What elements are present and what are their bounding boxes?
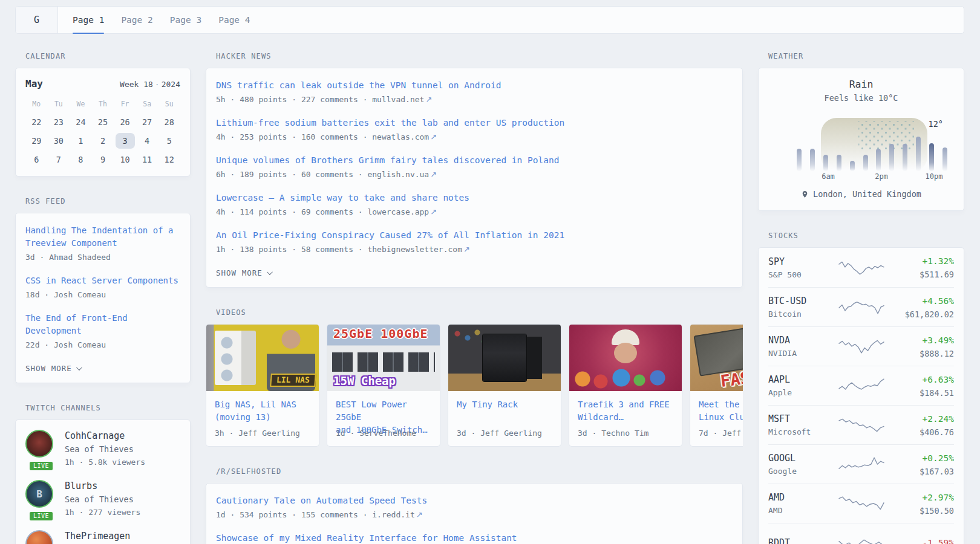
weather-location-text: London, United Kingdom bbox=[813, 189, 921, 199]
calendar-day: 23 bbox=[49, 114, 68, 130]
stock-price: $888.12 bbox=[885, 349, 955, 358]
external-link-icon[interactable]: ↗ bbox=[430, 170, 437, 179]
hn-item-title[interactable]: Lowercase – A simple way to take and sha… bbox=[216, 192, 733, 204]
videos-carousel: LIL NAS Big NAS, Lil NAS(moving 13) 3h ·… bbox=[206, 324, 743, 447]
hn-item-title[interactable]: Unique volumes of Brothers Grimm fairy t… bbox=[216, 154, 733, 167]
calendar-section-title: CALENDAR bbox=[25, 52, 191, 60]
thumbnail-overlay-text: LIL NAS bbox=[270, 374, 316, 387]
reddit-item-title[interactable]: Showcase of my Mixed Reality Interface f… bbox=[216, 532, 733, 544]
icons-graphic bbox=[574, 364, 677, 389]
calendar-day: 24 bbox=[71, 114, 90, 130]
tab-page-1[interactable]: Page 1 bbox=[73, 7, 104, 33]
weather-widget: Rain Feels like 10°C 12° 6am 2pm 10pm Lo… bbox=[758, 68, 964, 211]
video-title[interactable]: BEST Low Power 25GbEand 100GbE Switch… bbox=[336, 398, 431, 424]
hn-item-title[interactable]: Lithium-free sodium batteries exit the l… bbox=[216, 117, 733, 129]
weather-bar bbox=[889, 144, 894, 171]
calendar-day: 1 bbox=[71, 133, 90, 149]
hn-item-title[interactable]: DNS traffic can leak outside the VPN tun… bbox=[216, 79, 733, 92]
video-title[interactable]: Meet theLinux Clu bbox=[699, 398, 743, 424]
weather-condition: Rain bbox=[759, 79, 964, 90]
video-thumbnail[interactable] bbox=[569, 325, 682, 391]
twitch-channel-row[interactable]: LIVE CohhCarnage Sea of Thieves 1h · 5.8… bbox=[25, 430, 180, 468]
stock-change: +2.24% bbox=[885, 413, 955, 425]
external-link-icon[interactable]: ↗ bbox=[430, 132, 437, 141]
hn-item-title[interactable]: An Oil Price-Fixing Conspiracy Caused 27… bbox=[216, 229, 733, 242]
stock-company: Apple bbox=[768, 388, 838, 397]
video-title[interactable]: My Tiny Rack bbox=[457, 398, 552, 424]
reddit-widget: Cautionary Tale on Automated Speed Tests… bbox=[206, 483, 743, 544]
video-meta: 3h · Jeff Geerling bbox=[215, 429, 310, 438]
twitch-channel-name: CohhCarnage bbox=[65, 430, 145, 442]
rss-show-more-button[interactable]: SHOW MORE bbox=[25, 363, 80, 374]
stock-change: +2.97% bbox=[885, 492, 955, 504]
weather-bar bbox=[850, 161, 855, 171]
stock-company: NVIDIA bbox=[768, 349, 838, 358]
stock-row[interactable]: NVDA NVIDIA +3.49% $888.12 bbox=[768, 326, 954, 366]
twitch-channel-game: Sea of Thieves bbox=[65, 443, 145, 455]
face-graphic bbox=[614, 343, 637, 363]
weather-location: London, United Kingdom bbox=[759, 189, 964, 199]
avatar: B bbox=[25, 480, 53, 508]
stock-row[interactable]: SPY S&P 500 +1.32% $511.69 bbox=[768, 248, 954, 287]
video-title[interactable]: Big NAS, Lil NAS(moving 13) bbox=[215, 398, 310, 424]
calendar-day: 22 bbox=[27, 114, 46, 130]
rss-item-title[interactable]: CSS in React Server Components bbox=[25, 274, 180, 287]
rss-item-title[interactable]: Handling The Indentation of a Treeview C… bbox=[25, 224, 180, 250]
video-thumbnail[interactable]: LIL NAS bbox=[206, 325, 319, 391]
tab-page-4[interactable]: Page 4 bbox=[218, 7, 250, 33]
stock-row[interactable]: AMD AMD +2.97% $150.50 bbox=[768, 484, 954, 523]
reddit-item-title[interactable]: Cautionary Tale on Automated Speed Tests bbox=[216, 494, 733, 507]
stock-row[interactable]: GOOGL Google +0.25% $167.03 bbox=[768, 444, 954, 484]
twitch-widget: LIVE CohhCarnage Sea of Thieves 1h · 5.8… bbox=[15, 419, 191, 544]
external-link-icon[interactable]: ↗ bbox=[430, 207, 437, 216]
video-title-line2: (moving 13) bbox=[215, 412, 271, 422]
video-thumbnail[interactable]: FAS bbox=[690, 325, 743, 391]
stock-row[interactable]: AAPL Apple +6.63% $184.51 bbox=[768, 366, 954, 405]
video-thumbnail[interactable] bbox=[448, 325, 561, 391]
video-thumbnail[interactable]: 25GbE 100GbE 15W Cheap bbox=[327, 325, 440, 391]
calendar-day: 27 bbox=[137, 114, 157, 130]
video-card: My Tiny Rack 3d · Jeff Geerling bbox=[448, 324, 561, 447]
weather-bar-current bbox=[929, 143, 934, 171]
stock-company: S&P 500 bbox=[768, 270, 838, 279]
rss-item: The End of Front-End Development 22d · J… bbox=[25, 312, 180, 349]
stock-ticker: AMD bbox=[768, 492, 838, 504]
hn-item-meta: 5h · 480 points · 227 comments · mullvad… bbox=[216, 95, 733, 104]
stock-price: $167.03 bbox=[885, 467, 955, 476]
stocks-section-title: STOCKS bbox=[768, 232, 964, 240]
twitch-channel-row[interactable]: ThePrimeagen bbox=[25, 530, 180, 544]
calendar-week-year: Week 18·2024 bbox=[120, 80, 180, 89]
weekday-label: Su bbox=[165, 100, 174, 108]
time-label: 2pm bbox=[875, 172, 888, 181]
stock-row[interactable]: MSFT Microsoft +2.24% $406.76 bbox=[768, 405, 954, 444]
twitch-avatar-wrap: LIVE bbox=[25, 430, 56, 468]
reddit-item: Showcase of my Mixed Reality Interface f… bbox=[216, 532, 733, 544]
tab-page-2[interactable]: Page 2 bbox=[121, 7, 152, 33]
stock-sparkline bbox=[838, 298, 885, 316]
app-logo[interactable]: G bbox=[16, 7, 58, 33]
hn-item-meta: 4h · 114 points · 69 comments · lowercas… bbox=[216, 207, 733, 216]
hn-item: Lithium-free sodium batteries exit the l… bbox=[216, 117, 733, 141]
calendar-day: 7 bbox=[49, 152, 68, 167]
calendar-day: 2 bbox=[93, 133, 113, 149]
external-link-icon[interactable]: ↗ bbox=[463, 245, 470, 254]
circuit-board-graphic bbox=[693, 325, 743, 377]
video-title-line1: Traefik 3 and FREE bbox=[578, 400, 670, 409]
hn-meta-text: 5h · 480 points · 227 comments · mullvad… bbox=[216, 95, 424, 104]
stock-sparkline bbox=[838, 416, 885, 434]
external-link-icon[interactable]: ↗ bbox=[416, 510, 423, 519]
video-title[interactable]: Traefik 3 and FREEWildcard… bbox=[578, 398, 673, 424]
twitch-channel-row[interactable]: B LIVE Blurbs Sea of Thieves 1h · 277 vi… bbox=[25, 480, 180, 518]
stock-row[interactable]: BTC-USD Bitcoin +4.56% $61,820.02 bbox=[768, 287, 954, 326]
tab-page-3[interactable]: Page 3 bbox=[170, 7, 201, 33]
external-link-icon[interactable]: ↗ bbox=[425, 95, 432, 104]
rss-item-title[interactable]: The End of Front-End Development bbox=[25, 312, 180, 337]
video-title-line1: My Tiny Rack bbox=[457, 400, 518, 409]
chevron-down-icon bbox=[76, 364, 82, 371]
pc-case-graphic bbox=[215, 331, 256, 385]
hn-show-more-button[interactable]: SHOW MORE bbox=[216, 267, 271, 279]
stock-price: $184.51 bbox=[885, 388, 955, 398]
stock-row[interactable]: RDDT -1.59% bbox=[768, 523, 954, 544]
stock-sparkline bbox=[838, 534, 885, 544]
switch-ports-graphic bbox=[332, 352, 435, 372]
